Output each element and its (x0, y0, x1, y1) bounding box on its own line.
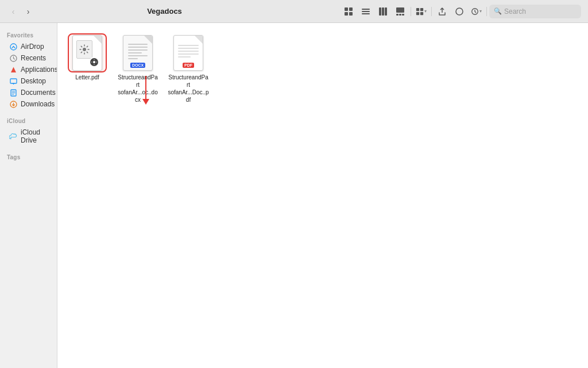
svg-point-20 (10, 44, 17, 50)
docx-line-6 (128, 58, 138, 59)
svg-rect-22 (10, 79, 17, 83)
sidebar-item-recents[interactable]: Recents (2, 52, 55, 64)
arrow-head (142, 99, 149, 105)
arrow-line (145, 76, 146, 99)
icloud-icon (9, 132, 17, 140)
svg-rect-13 (402, 14, 404, 16)
tag-button[interactable] (451, 3, 467, 20)
sidebar-item-icloud-drive[interactable]: iCloud Drive (2, 126, 55, 146)
airdrop-label: AirDrop (21, 43, 44, 51)
docx-line-5 (128, 55, 148, 56)
svg-rect-9 (385, 7, 387, 16)
pdf2-line-2 (178, 48, 199, 49)
svg-rect-7 (379, 7, 381, 16)
svg-rect-17 (420, 12, 423, 14)
content-area: Letter.pdf DOCX (57, 23, 588, 368)
file-item-structure-docx[interactable]: DOCX StructureandPart sofanAr...oc..docx (117, 34, 158, 103)
sidebar-item-documents[interactable]: Documents (2, 87, 55, 98)
window-title: Vegadocs (0, 7, 336, 16)
applications-icon (9, 66, 17, 74)
structure-docx-icon: DOCX (123, 35, 153, 71)
documents-icon (9, 89, 17, 97)
svg-rect-2 (345, 12, 348, 16)
structure-pdf-name: StructureandPart sofanAr...Doc..pdf (168, 74, 209, 103)
pdf2-line-3 (178, 51, 199, 52)
pdf2-lines (178, 45, 199, 59)
main-layout: Favorites AirDrop Recents (0, 23, 588, 368)
downloads-label: Downloads (21, 100, 55, 108)
icloud-drive-label: iCloud Drive (21, 128, 48, 144)
search-box[interactable]: 🔍 (489, 5, 581, 18)
docx-line-3 (128, 49, 148, 51)
svg-point-26 (93, 61, 95, 63)
letter-pdf-icon (72, 35, 102, 71)
titlebar: ‹ › Vegadocs (0, 0, 588, 23)
desktop-icon (9, 77, 17, 85)
svg-rect-6 (362, 13, 370, 14)
airdrop-icon (9, 43, 17, 51)
file-item-letter-pdf[interactable]: Letter.pdf (67, 34, 108, 81)
file-item-structure-pdf[interactable]: PDF StructureandPart sofanAr...Doc..pdf (168, 34, 209, 103)
divider-3 (486, 7, 487, 16)
view-options-button[interactable]: ▾ (413, 3, 429, 20)
list-view-button[interactable] (358, 3, 374, 20)
action-button[interactable]: ▾ (469, 3, 484, 20)
docx-line-1 (128, 44, 148, 45)
svg-point-25 (83, 48, 86, 51)
structure-docx-icon-wrapper: DOCX (119, 34, 156, 71)
letter-pdf-name: Letter.pdf (75, 74, 99, 81)
recents-label: Recents (21, 54, 46, 62)
annotation-arrow (142, 76, 149, 105)
gallery-view-button[interactable] (392, 3, 408, 20)
recents-icon (9, 54, 17, 62)
svg-rect-1 (349, 7, 353, 11)
divider-1 (411, 7, 411, 16)
structure-pdf-icon-wrapper: PDF (170, 34, 207, 71)
svg-rect-12 (399, 14, 401, 16)
column-view-button[interactable] (375, 3, 391, 20)
pdf2-badge: PDF (183, 63, 194, 68)
desktop-label: Desktop (21, 77, 46, 85)
icloud-label: iCloud (0, 116, 57, 126)
applications-label: Applications (21, 66, 57, 74)
svg-rect-10 (396, 7, 404, 13)
structure-docx-name: StructureandPart sofanAr...oc..docx (117, 74, 158, 103)
tags-label: Tags (0, 152, 57, 163)
favorites-label: Favorites (0, 30, 57, 41)
svg-rect-14 (416, 7, 419, 10)
svg-rect-0 (345, 7, 348, 11)
svg-rect-8 (382, 7, 384, 16)
sidebar-item-applications[interactable]: Applications (2, 64, 55, 75)
view-options-arrow: ▾ (424, 9, 427, 14)
svg-rect-3 (349, 12, 353, 16)
divider-2 (431, 7, 432, 16)
sidebar: Favorites AirDrop Recents (0, 23, 57, 368)
sidebar-item-airdrop[interactable]: AirDrop (2, 41, 55, 52)
svg-rect-16 (416, 12, 419, 14)
sidebar-item-desktop[interactable]: Desktop (2, 75, 55, 87)
svg-rect-11 (396, 14, 399, 16)
pdf2-line-4 (178, 53, 199, 55)
pdf2-line-1 (178, 45, 199, 46)
toolbar: ▾ ▾ 🔍 (341, 3, 581, 20)
search-input[interactable] (504, 7, 577, 16)
svg-rect-4 (362, 9, 370, 10)
docx-badge: DOCX (130, 63, 145, 68)
share-button[interactable] (434, 3, 450, 20)
sidebar-item-downloads[interactable]: Downloads (2, 98, 55, 110)
documents-label: Documents (21, 89, 56, 97)
downloads-icon (9, 100, 17, 108)
icon-view-button[interactable] (341, 3, 357, 20)
letter-pdf-icon-wrapper (69, 34, 106, 71)
docx-line-4 (128, 52, 142, 53)
svg-rect-5 (362, 11, 370, 12)
svg-point-18 (456, 8, 463, 15)
docx-lines (128, 44, 148, 61)
docx-line-2 (128, 47, 148, 48)
action-arrow: ▾ (479, 9, 482, 14)
search-icon: 🔍 (494, 7, 502, 15)
structure-pdf-icon: PDF (173, 35, 203, 71)
pdf2-line-5 (178, 56, 191, 57)
svg-rect-15 (420, 7, 423, 10)
